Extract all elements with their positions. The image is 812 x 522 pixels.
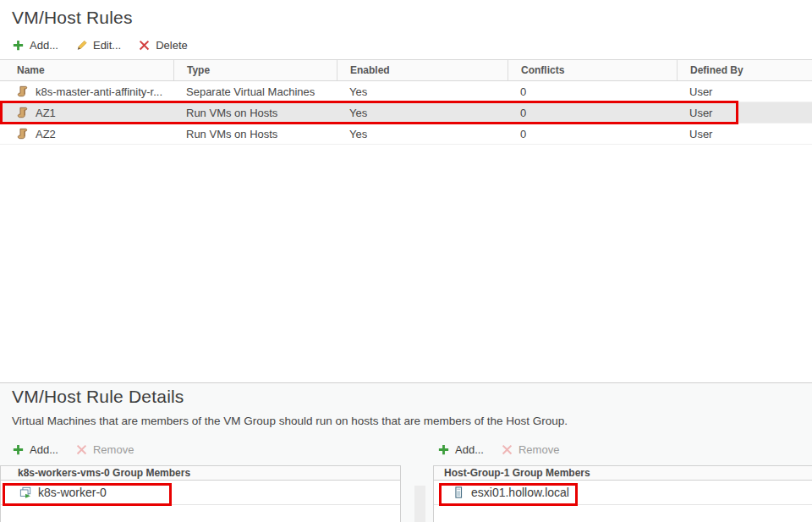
rule-scroll-icon [17, 128, 29, 140]
table-row[interactable]: k8s-master-anti-affinity-r... Separate V… [0, 81, 812, 102]
rule-name: AZ2 [36, 128, 56, 140]
rule-type: Separate Virtual Machines [173, 85, 337, 98]
remove-vm-member-button[interactable]: Remove [75, 443, 134, 456]
pencil-icon [75, 39, 88, 52]
host-group-toolbar: Add... Remove [437, 443, 559, 456]
delete-rule-button[interactable]: Delete [138, 39, 188, 52]
table-row[interactable]: AZ2 Run VMs on Hosts Yes 0 User [0, 124, 812, 145]
vm-group-members-panel: k8s-workers-vms-0 Group Members k8s-work… [0, 465, 401, 522]
table-row-selected[interactable]: AZ1 Run VMs on Hosts Yes 0 User [0, 102, 812, 124]
scrollbar-track[interactable] [414, 486, 425, 522]
rule-conflicts: 0 [508, 107, 677, 119]
host-group-members-panel: Host-Group-1 Group Members esxi01.hollow… [433, 465, 812, 522]
column-header-defined-by[interactable]: Defined By [677, 60, 812, 80]
details-title: VM/Host Rule Details [12, 387, 184, 407]
add-host-member-label: Add... [455, 443, 484, 456]
remove-host-member-label: Remove [518, 443, 559, 456]
vm-member-label: k8s-worker-0 [38, 486, 107, 499]
plus-icon [12, 443, 25, 456]
add-vm-member-button[interactable]: Add... [12, 443, 58, 456]
rule-enabled: Yes [337, 107, 508, 119]
rule-conflicts: 0 [508, 128, 677, 140]
column-header-enabled[interactable]: Enabled [337, 60, 508, 80]
column-header-type[interactable]: Type [173, 60, 337, 80]
rules-table-header: Name Type Enabled Conflicts Defined By [0, 59, 812, 81]
add-rule-button[interactable]: Add... [12, 39, 58, 52]
plus-icon [12, 39, 25, 52]
remove-host-member-button[interactable]: Remove [501, 443, 559, 456]
rule-type: Run VMs on Hosts [173, 107, 337, 119]
delete-rule-label: Delete [156, 39, 188, 52]
vm-icon [19, 486, 31, 498]
host-icon [453, 486, 464, 498]
add-vm-member-label: Add... [30, 443, 58, 456]
rule-defined-by: User [677, 107, 812, 119]
rule-scroll-icon [17, 85, 29, 97]
rule-defined-by: User [677, 128, 812, 140]
host-member-label: esxi01.hollow.local [471, 486, 569, 499]
delete-x-icon [138, 39, 151, 52]
edit-rule-button[interactable]: Edit... [75, 39, 121, 52]
add-rule-label: Add... [30, 39, 58, 52]
rule-enabled: Yes [337, 128, 508, 140]
rule-enabled: Yes [337, 85, 508, 98]
host-member-row[interactable]: esxi01.hollow.local [434, 481, 812, 505]
rule-conflicts: 0 [508, 85, 677, 98]
remove-x-icon [501, 443, 513, 456]
vm-group-members-header: k8s-workers-vms-0 Group Members [1, 465, 400, 481]
rules-table: Name Type Enabled Conflicts Defined By k… [0, 59, 812, 383]
rule-name: k8s-master-anti-affinity-r... [36, 85, 162, 98]
page-title: VM/Host Rules [12, 8, 133, 28]
remove-x-icon [75, 443, 88, 456]
column-header-name[interactable]: Name [0, 60, 173, 80]
remove-vm-member-label: Remove [93, 443, 134, 456]
details-description: Virtual Machines that are members of the… [12, 415, 568, 427]
edit-rule-label: Edit... [93, 39, 121, 52]
vm-group-toolbar: Add... Remove [12, 443, 134, 456]
rules-toolbar: Add... Edit... Delete [12, 39, 188, 52]
rule-scroll-icon [17, 107, 29, 118]
rule-name: AZ1 [36, 107, 56, 119]
add-host-member-button[interactable]: Add... [437, 443, 484, 456]
rule-defined-by: User [677, 85, 812, 98]
host-group-members-header: Host-Group-1 Group Members [434, 465, 812, 481]
plus-icon [437, 443, 450, 456]
vm-member-row[interactable]: k8s-worker-0 [1, 481, 400, 505]
rule-type: Run VMs on Hosts [173, 128, 337, 140]
column-header-conflicts[interactable]: Conflicts [508, 60, 677, 80]
